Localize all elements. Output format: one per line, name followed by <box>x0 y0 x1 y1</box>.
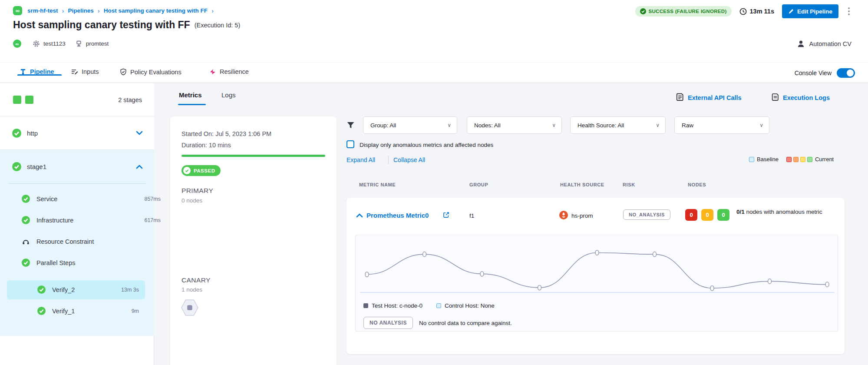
stage-name: http <box>27 129 38 137</box>
metric-line-chart[interactable] <box>360 236 834 301</box>
elapsed-time: 13m 11s <box>739 8 774 15</box>
tab-pipeline[interactable]: Pipeline <box>20 68 54 75</box>
health-source-filter-dropdown[interactable]: Health Source: All ∨ <box>570 116 666 134</box>
filter-funnel-icon[interactable] <box>347 121 355 129</box>
more-options-menu-icon[interactable] <box>846 6 851 17</box>
anomalous-count-badge-green: 0 <box>717 209 729 221</box>
user-avatar-icon <box>797 40 805 48</box>
step-row-service[interactable]: Service 857ms <box>22 195 161 203</box>
edit-pipeline-label: Edit Pipeline <box>797 8 832 15</box>
pipeline-execution-page: ∞ srm-hf-test › Pipelines › Host samplin… <box>0 0 868 365</box>
prometheus-icon <box>559 211 568 219</box>
success-check-icon <box>12 162 21 171</box>
control-host-swatch <box>436 303 441 308</box>
verification-status-badge: PASSED <box>182 165 221 176</box>
tab-inputs[interactable]: Inputs <box>71 68 99 75</box>
no-analysis-badge: NO ANALYSIS <box>363 317 413 329</box>
console-view-toggle[interactable] <box>837 68 855 78</box>
risk-green-swatch <box>807 157 812 162</box>
progress-bar <box>182 155 325 157</box>
step-label: Verify_2 <box>52 286 75 293</box>
chart-data-point[interactable] <box>825 282 829 287</box>
stage-row-stage1[interactable]: stage1 <box>0 150 154 183</box>
view-mode-value: Raw <box>682 122 693 129</box>
chart-data-point[interactable] <box>365 272 369 277</box>
anomalous-only-checkbox[interactable] <box>347 140 354 148</box>
risk-orange-swatch <box>793 157 799 162</box>
success-check-icon <box>22 259 30 267</box>
triggered-by: Automation CV <box>797 40 851 48</box>
canary-node-count: 1 nodes <box>182 286 202 293</box>
breadcrumb-pipelines-link[interactable]: Pipelines <box>68 7 94 14</box>
risk-yellow-swatch <box>800 157 805 162</box>
step-duration: 9m <box>132 308 139 314</box>
chart-data-point[interactable] <box>480 272 484 276</box>
host-legend: Test Host: c-node-0 Control Host: None <box>363 302 495 309</box>
chart-data-point[interactable] <box>710 286 714 291</box>
status-badge: SUCCESS (FAILURE IGNORED) <box>635 6 732 17</box>
test-host-label: Test Host: c-node-0 <box>372 302 422 309</box>
current-legend-label: Current <box>815 156 834 163</box>
canary-node-hexagon-icon[interactable] <box>181 299 199 316</box>
chevron-right-icon: › <box>98 7 100 14</box>
success-check-icon <box>37 307 46 315</box>
breadcrumb-pipeline-link[interactable]: Host sampling canary testing with FF <box>104 7 208 14</box>
nodes-filter-value: Nodes: All <box>474 122 501 129</box>
elapsed-time-value: 13m 11s <box>750 8 774 15</box>
column-header-risk: RISK <box>623 182 635 187</box>
metric-name-link[interactable]: Prometheus Metric0 <box>366 212 429 219</box>
tag-service[interactable]: test1123 <box>33 40 66 47</box>
check-circle-icon <box>183 167 191 174</box>
divider <box>388 156 389 164</box>
baseline-legend-label: Baseline <box>757 156 779 163</box>
step-row-resource-constraint[interactable]: Resource Constraint <box>22 237 161 246</box>
step-duration: 13m 3s <box>121 287 139 293</box>
execution-logs-label: Execution Logs <box>783 94 830 101</box>
breadcrumb-project-link[interactable]: srm-hf-test <box>27 7 58 14</box>
nodes-filter-dropdown[interactable]: Nodes: All ∨ <box>467 116 562 134</box>
tab-policy-evaluations[interactable]: Policy Evaluations <box>120 68 182 76</box>
chart-data-point[interactable] <box>595 250 599 255</box>
external-api-calls-link[interactable]: External API Calls <box>676 93 742 102</box>
chart-data-point[interactable] <box>768 279 772 284</box>
verification-duration: Duration: 10 mins <box>182 142 231 149</box>
collapse-row-chevron-up-icon[interactable] <box>356 213 363 218</box>
group-filter-dropdown[interactable]: Group: All ∨ <box>363 116 457 134</box>
metric-chart-panel: Test Host: c-node-0 Control Host: None N… <box>355 235 838 332</box>
nodes-summary: 0/1 nodes with anomalous metric <box>736 208 848 216</box>
stage-section-stage1: stage1 Service 857ms Infrastructure 617m… <box>0 150 154 336</box>
chart-data-point[interactable] <box>538 285 541 290</box>
main-tabbar: Pipeline Inputs Policy Evaluations Resil <box>0 62 868 83</box>
chart-data-point[interactable] <box>423 252 426 257</box>
page-title: Host sampling canary testing with FF <box>13 19 190 31</box>
chart-data-point[interactable] <box>653 252 657 257</box>
edit-pipeline-button[interactable]: Edit Pipeline <box>782 4 838 18</box>
expand-all-link[interactable]: Expand All <box>347 156 375 163</box>
server-node-icon <box>75 40 83 47</box>
metric-group-value: f1 <box>469 212 474 219</box>
health-source-value: hs-prom <box>571 212 593 219</box>
harness-logo-icon: ∞ <box>13 6 22 15</box>
step-row-verify-1[interactable]: Verify_1 9m <box>37 307 139 315</box>
stage-row-http[interactable]: http <box>0 116 154 150</box>
collapse-all-link[interactable]: Collapse All <box>393 156 425 163</box>
metrics-tab-underline <box>178 104 206 105</box>
health-source-filter-value: Health Source: All <box>578 122 624 129</box>
step-row-verify-2[interactable]: Verify_2 13m 3s <box>37 285 139 294</box>
execution-logs-link[interactable]: Execution Logs <box>771 93 830 102</box>
view-mode-dropdown[interactable]: Raw ∨ <box>674 116 769 134</box>
step-row-infrastructure[interactable]: Infrastructure 617ms <box>22 216 161 224</box>
tab-resilience[interactable]: Resilience <box>209 68 249 75</box>
tag-environment[interactable]: promtest <box>75 40 109 47</box>
tab-metrics[interactable]: Metrics <box>179 91 202 99</box>
shield-check-icon <box>120 68 127 76</box>
step-row-parallel-steps[interactable]: Parallel Steps <box>22 259 161 267</box>
step-duration: 617ms <box>144 217 161 223</box>
step-label: Resource Constraint <box>36 238 94 245</box>
tab-resilience-label: Resilience <box>220 68 249 75</box>
stage-count: 2 stages <box>118 96 142 103</box>
group-filter-value: Group: All <box>370 122 396 129</box>
breadcrumb: ∞ srm-hf-test › Pipelines › Host samplin… <box>13 5 218 16</box>
external-link-icon[interactable] <box>443 212 449 218</box>
tab-logs[interactable]: Logs <box>221 91 236 99</box>
